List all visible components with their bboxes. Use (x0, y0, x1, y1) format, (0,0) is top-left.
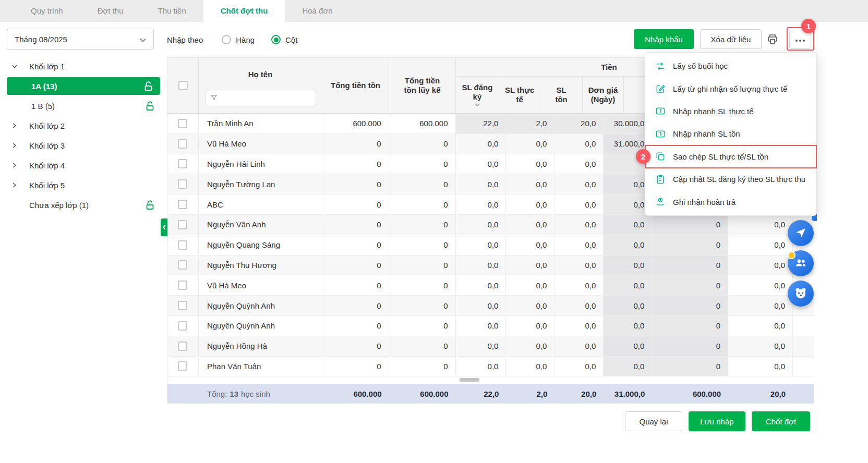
table-cell[interactable]: 0 (322, 357, 389, 376)
table-cell[interactable]: 0,0 (604, 316, 652, 336)
menu-item-7[interactable]: Ghi nhận hoàn trả (645, 190, 816, 213)
sidebar-item-1[interactable]: Khối lớp 1 (0, 56, 167, 76)
sidebar-item-3[interactable]: 1 B (5) (0, 96, 167, 116)
menu-item-4[interactable]: Nhập nhanh SL tồn (645, 123, 816, 145)
table-cell[interactable]: 600.000 (322, 114, 389, 133)
table-cell[interactable]: 0,0 (604, 275, 652, 295)
table-cell[interactable]: 0,0 (554, 154, 604, 174)
table-cell[interactable]: 0,0 (456, 357, 507, 376)
row-checkbox[interactable] (178, 361, 187, 371)
row-checkbox[interactable] (178, 240, 187, 250)
table-cell[interactable]: 0,0 (554, 316, 604, 336)
column-header-sl-dang-ky[interactable]: SL đăng ký (456, 77, 499, 113)
row-checkbox[interactable] (178, 179, 187, 189)
row-checkbox[interactable] (178, 139, 187, 149)
table-cell[interactable]: 0 (322, 194, 389, 214)
table-cell[interactable]: 0,0 (506, 215, 554, 235)
table-cell[interactable]: 0 (322, 215, 389, 235)
table-cell[interactable]: 0 (652, 316, 728, 336)
table-cell[interactable]: 0,0 (604, 255, 652, 275)
table-cell[interactable]: 0,0 (554, 215, 604, 235)
select-all-checkbox[interactable] (178, 81, 188, 90)
sidebar-item-8[interactable]: Chưa xếp lớp (1) (0, 195, 167, 215)
table-cell[interactable]: 0,0 (728, 275, 793, 295)
table-cell[interactable]: 0,0 (728, 336, 793, 356)
table-cell[interactable]: 0 (652, 235, 728, 255)
table-cell[interactable]: 0,0 (554, 336, 604, 356)
back-button[interactable]: Quay lại (625, 411, 682, 431)
table-cell[interactable]: 22,0 (456, 114, 507, 133)
table-cell[interactable]: 0 (322, 255, 389, 275)
table-cell[interactable]: 0 (322, 174, 389, 194)
table-cell[interactable]: 0,0 (506, 357, 554, 376)
tab-1[interactable]: Quy trình (14, 0, 80, 22)
table-cell[interactable]: 0,0 (456, 194, 507, 214)
sort-down-icon[interactable] (474, 103, 480, 107)
table-cell[interactable]: 0,0 (604, 296, 652, 315)
table-cell[interactable]: 0 (652, 215, 728, 235)
row-checkbox[interactable] (178, 159, 187, 168)
table-cell[interactable]: 0 (389, 194, 456, 214)
table-cell[interactable]: 0 (322, 235, 389, 255)
table-cell[interactable]: 0 (389, 357, 456, 376)
table-cell[interactable]: 0,0 (554, 235, 604, 255)
column-header-sl-thuc-te[interactable]: SL thực tế (499, 77, 540, 113)
table-cell[interactable]: 0 (652, 296, 728, 315)
table-cell[interactable]: 20,0 (554, 114, 604, 133)
table-cell[interactable]: 0 (389, 235, 456, 255)
tab-3[interactable]: Thu tiền (141, 0, 203, 22)
table-cell[interactable]: 2,0 (506, 114, 554, 133)
table-cell[interactable]: 0,0 (456, 255, 507, 275)
table-cell[interactable]: 0,0 (456, 235, 507, 255)
table-cell[interactable]: 0 (322, 134, 389, 154)
table-cell[interactable]: 0,0 (506, 174, 554, 194)
table-cell[interactable]: 0 (389, 174, 456, 194)
save-draft-button[interactable]: Lưu nháp (689, 411, 745, 431)
radio-row[interactable]: Hàng (222, 35, 255, 44)
table-cell[interactable]: 0,0 (604, 215, 652, 235)
column-header-luy-ke[interactable]: Tổng tiền tồn lũy kế (389, 58, 456, 113)
tab-5[interactable]: Hoá đơn (285, 0, 349, 22)
import-button[interactable]: Nhập khẩu (634, 29, 694, 49)
table-cell[interactable]: 0,0 (506, 316, 554, 336)
column-header-tong-tien-ton[interactable]: Tổng tiền tồn (322, 58, 389, 113)
table-cell[interactable]: 0 (652, 255, 728, 275)
sidebar-item-7[interactable]: Khối lớp 5 (0, 175, 167, 195)
table-cell[interactable]: 0,0 (728, 235, 793, 255)
assistant-widget[interactable] (788, 220, 814, 246)
table-cell[interactable]: 0,0 (728, 255, 793, 275)
table-cell[interactable]: 0,0 (456, 275, 507, 295)
finalize-button[interactable]: Chốt đợt (752, 411, 810, 431)
table-cell[interactable]: 0,0 (728, 316, 793, 336)
table-cell[interactable]: 0,0 (456, 336, 507, 356)
column-header-sl-ton[interactable]: SL tồn (540, 77, 582, 113)
table-cell[interactable]: 0 (652, 336, 728, 356)
clear-data-button[interactable]: Xóa dữ liệu (700, 29, 762, 49)
row-checkbox[interactable] (178, 200, 187, 209)
table-cell[interactable]: 0 (389, 316, 456, 336)
table-cell[interactable]: 0 (322, 275, 389, 295)
sidebar-item-4[interactable]: Khối lớp 2 (0, 116, 167, 136)
table-cell[interactable]: 0,0 (554, 255, 604, 275)
table-cell[interactable]: 0,0 (506, 336, 554, 356)
table-cell[interactable]: 0,0 (554, 194, 604, 214)
table-cell[interactable]: 0,0 (554, 134, 604, 154)
table-cell[interactable]: 0,0 (506, 194, 554, 214)
print-button[interactable] (764, 31, 781, 48)
row-checkbox[interactable] (178, 260, 187, 270)
row-checkbox[interactable] (178, 220, 187, 229)
sidebar-item-5[interactable]: Khối lớp 3 (0, 136, 167, 155)
table-cell[interactable]: 0,0 (456, 174, 507, 194)
table-cell[interactable]: 0 (652, 275, 728, 295)
table-cell[interactable]: 0,0 (506, 154, 554, 174)
table-cell[interactable]: 0 (389, 215, 456, 235)
row-checkbox[interactable] (178, 301, 187, 310)
table-cell[interactable]: 0 (322, 316, 389, 336)
radio-column-icon[interactable] (271, 35, 281, 44)
table-cell[interactable]: 0,0 (456, 316, 507, 336)
menu-item-6[interactable]: Cập nhật SL đăng ký theo SL thực thu (645, 168, 816, 190)
row-checkbox[interactable] (178, 342, 187, 351)
table-cell[interactable]: 0,0 (728, 296, 793, 315)
table-cell[interactable]: 0,0 (604, 357, 652, 376)
row-checkbox[interactable] (178, 119, 187, 128)
